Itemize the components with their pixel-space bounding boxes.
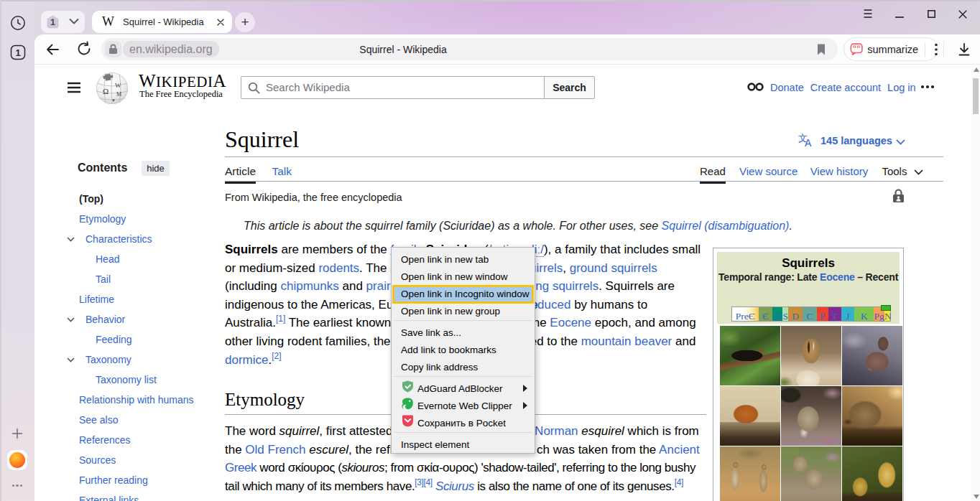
svg-text:1: 1 xyxy=(15,47,20,58)
svg-text:1: 1 xyxy=(50,17,55,27)
svg-text:“: “ xyxy=(856,44,860,52)
svg-text:M: M xyxy=(116,91,121,98)
svg-text:Ω: Ω xyxy=(103,87,108,95)
svg-text:▼: ▼ xyxy=(111,98,116,103)
svg-text:W: W xyxy=(115,82,121,89)
